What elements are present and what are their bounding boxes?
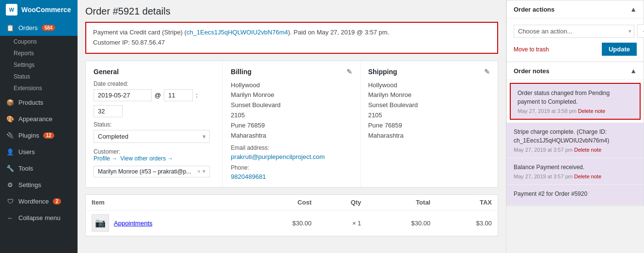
- order-note-2: Stripe charge complete. (Charge ID: ch_1…: [507, 123, 644, 158]
- sidebar-item-products[interactable]: 📦 Products: [0, 94, 78, 111]
- page-title: Order #5921 details: [85, 6, 498, 17]
- date-row: @ :: [94, 89, 215, 101]
- billing-edit-icon[interactable]: ✎: [346, 68, 352, 76]
- note-1-delete[interactable]: Delete note: [578, 108, 605, 114]
- col-qty: Qty: [317, 195, 367, 210]
- phone-label: Phone:: [231, 164, 352, 171]
- email-label: Email address:: [231, 144, 352, 151]
- payment-notice: Payment via Credit card (Stripe) (ch_1Ee…: [85, 22, 498, 54]
- note-2-delete[interactable]: Delete note: [574, 147, 601, 153]
- shipping-section: Shipping ✎ Hollywood Marilyn Monroe Suns…: [361, 61, 498, 188]
- item-cell: 📷 Appointments: [86, 210, 248, 236]
- status-select-wrapper: Completed Pending payment Processing On …: [94, 130, 210, 143]
- table-row: 📷 Appointments $30.00 × 1 $30.00 $3.00: [86, 210, 498, 236]
- settings-icon: ⚙: [6, 180, 15, 189]
- note-3-meta: May 27, 2019 at 3:57 pm Delete note: [514, 174, 637, 179]
- action-select[interactable]: Choose an action... Email invoice / orde…: [514, 25, 634, 38]
- note-1-meta: May 27, 2019 at 3:58 pm Delete note: [518, 108, 633, 114]
- col-cost: Cost: [248, 195, 317, 210]
- note-3-delete[interactable]: Delete note: [574, 174, 601, 179]
- appearance-icon: 🎨: [6, 114, 15, 123]
- content-area: Order #5921 details Payment via Credit c…: [78, 0, 644, 253]
- action-go-button[interactable]: →: [637, 24, 644, 38]
- profile-link[interactable]: Profile →: [94, 155, 117, 162]
- customer-links: Profile → View other orders →: [94, 155, 215, 162]
- item-name: Appointments: [114, 220, 153, 227]
- sidebar-label-collapse: Collapse menu: [18, 214, 61, 221]
- customer-name: Marilyn Monroe (#53 – prakrati@p...: [98, 168, 197, 175]
- shipping-address: Hollywood Marilyn Monroe Sunset Boulevar…: [368, 80, 490, 141]
- general-title: General: [94, 68, 215, 76]
- update-button[interactable]: Update: [602, 43, 637, 56]
- date-label: Date created:: [94, 80, 215, 87]
- view-orders-link[interactable]: View other orders →: [120, 155, 173, 162]
- payment-notice-line2: Customer IP: 50.87.56.47: [93, 38, 490, 48]
- time-minute-input[interactable]: [94, 105, 123, 117]
- customer-row: Customer: Profile → View other orders → …: [94, 148, 215, 177]
- sidebar-item-wordfence[interactable]: 🛡 Wordfence 2: [0, 193, 78, 209]
- stripe-link[interactable]: ch_1Eecs1J5qHQLWOIU2vbN76m4: [187, 29, 288, 36]
- status-label: Status:: [94, 121, 215, 128]
- sidebar-item-orders[interactable]: 📋 Orders 584: [0, 19, 78, 36]
- items-card: Item Cost Qty Total TAX 📷 Appointments: [85, 194, 498, 237]
- billing-phone[interactable]: 9820489681: [231, 173, 266, 180]
- sidebar-sub-coupons[interactable]: Coupons: [0, 36, 78, 47]
- billing-section: Billing ✎ Hollywood Marilyn Monroe Sunse…: [223, 61, 360, 188]
- date-input[interactable]: [94, 89, 152, 101]
- users-icon: 👤: [6, 147, 15, 156]
- woo-logo-icon: W: [6, 4, 17, 16]
- panel-actions-footer: Move to trash Update: [514, 43, 637, 56]
- customer-clear-icon[interactable]: ×: [197, 168, 201, 175]
- sidebar-sub-reports[interactable]: Reports: [0, 47, 78, 59]
- order-actions-panel: Order actions ▲ Choose an action... Emai…: [506, 0, 644, 62]
- item-link[interactable]: Appointments: [114, 220, 153, 227]
- order-notes-header: Order notes ▲: [507, 62, 644, 80]
- order-notes-toggle[interactable]: ▲: [630, 67, 637, 75]
- sidebar-item-plugins[interactable]: 🔌 Plugins 12: [0, 127, 78, 143]
- right-panel: Order actions ▲ Choose an action... Emai…: [506, 0, 644, 253]
- customer-select[interactable]: Marilyn Monroe (#53 – prakrati@p... × ▾: [94, 166, 210, 177]
- sidebar-sub-extensions[interactable]: Extensions: [0, 82, 78, 94]
- sidebar-sub-settings[interactable]: Settings: [0, 59, 78, 71]
- billing-email[interactable]: prakruti@purplepencilproject.com: [231, 153, 325, 160]
- sidebar-logo[interactable]: W WooCommerce: [0, 0, 78, 19]
- billing-email-block: Email address: prakruti@purplepencilproj…: [231, 144, 352, 160]
- move-to-trash-link[interactable]: Move to trash: [514, 46, 549, 53]
- item-tax: $3.00: [436, 210, 498, 236]
- sidebar-logo-text: WooCommerce: [21, 6, 71, 14]
- status-select[interactable]: Completed Pending payment Processing On …: [94, 130, 210, 143]
- sidebar: W WooCommerce 📋 Orders 584 Coupons Repor…: [0, 0, 78, 253]
- order-actions-header: Order actions ▲: [507, 0, 644, 18]
- shipping-edit-icon[interactable]: ✎: [484, 68, 490, 76]
- shipping-title: Shipping ✎: [368, 68, 490, 76]
- order-note-4: Payment #2 for Order #5920: [507, 185, 644, 206]
- sidebar-sub-status[interactable]: Status: [0, 71, 78, 82]
- order-columns: General Date created: @ : Status:: [86, 61, 498, 188]
- billing-phone-block: Phone: 9820489681: [231, 164, 352, 180]
- order-note-3: Balance Payment received. May 27, 2019 a…: [507, 158, 644, 185]
- sidebar-item-users[interactable]: 👤 Users: [0, 143, 78, 160]
- sidebar-label-tools: Tools: [18, 165, 33, 172]
- note-2-meta: May 27, 2019 at 3:57 pm Delete note: [514, 147, 637, 153]
- order-details-card: General Date created: @ : Status:: [85, 61, 498, 188]
- time-hour-input[interactable]: [164, 89, 193, 101]
- order-notes-panel: Order notes ▲ Order status changed from …: [506, 62, 644, 206]
- customer-dropdown-icon[interactable]: ▾: [203, 168, 205, 174]
- sidebar-item-settings[interactable]: ⚙ Settings: [0, 176, 78, 193]
- order-actions-title: Order actions: [514, 6, 555, 13]
- sidebar-item-collapse[interactable]: ← Collapse menu: [0, 209, 78, 226]
- sidebar-label-plugins: Plugins: [18, 132, 39, 139]
- plugins-badge: 12: [43, 132, 54, 139]
- order-actions-toggle[interactable]: ▲: [630, 5, 637, 13]
- tools-icon: 🔧: [6, 164, 15, 173]
- col-total: Total: [367, 195, 436, 210]
- order-note-1: Order status changed from Pending paymen…: [510, 83, 641, 120]
- sidebar-label-settings: Settings: [18, 181, 41, 189]
- customer-label: Customer:: [94, 148, 120, 155]
- note-1-text: Order status changed from Pending paymen…: [518, 89, 633, 106]
- action-row: Choose an action... Email invoice / orde…: [514, 24, 637, 38]
- sidebar-item-tools[interactable]: 🔧 Tools: [0, 160, 78, 176]
- items-header-row: Item Cost Qty Total TAX: [86, 195, 498, 210]
- sidebar-item-appearance[interactable]: 🎨 Appearance: [0, 111, 78, 127]
- item-image: 📷: [92, 214, 109, 232]
